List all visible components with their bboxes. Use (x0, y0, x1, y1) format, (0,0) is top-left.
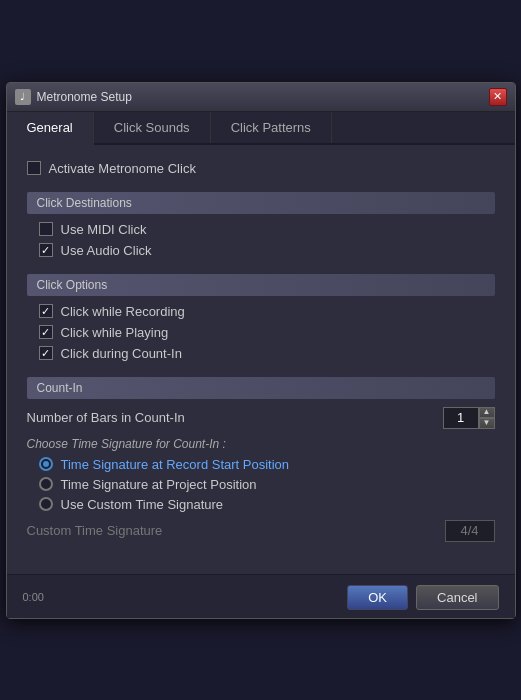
spinner-down-button[interactable]: ▼ (479, 418, 495, 429)
footer: 0:00 OK Cancel (7, 574, 515, 618)
use-midi-label: Use MIDI Click (61, 222, 147, 237)
activate-checkbox[interactable] (27, 161, 41, 175)
click-while-playing-checkbox[interactable] (39, 325, 53, 339)
count-in-header: Count-In (27, 377, 495, 399)
click-options-section: Click Options Click while Recording Clic… (27, 274, 495, 361)
radio-custom[interactable] (39, 497, 53, 511)
bars-input[interactable] (443, 407, 479, 429)
click-while-recording-row: Click while Recording (39, 304, 495, 319)
click-while-playing-row: Click while Playing (39, 325, 495, 340)
spinner-buttons: ▲ ▼ (479, 407, 495, 429)
click-during-count-in-checkbox[interactable] (39, 346, 53, 360)
custom-sig-row: Custom Time Signature (27, 520, 495, 542)
radio-record-start-row: Time Signature at Record Start Position (39, 457, 495, 472)
tab-click-sounds[interactable]: Click Sounds (94, 112, 211, 143)
radio-project-pos-row: Time Signature at Project Position (39, 477, 495, 492)
click-destinations-header: Click Destinations (27, 192, 495, 214)
custom-sig-label: Custom Time Signature (27, 523, 163, 538)
use-audio-checkbox[interactable] (39, 243, 53, 257)
window-icon: ♩ (15, 89, 31, 105)
choose-time-sig-label: Choose Time Signature for Count-In : (27, 437, 495, 451)
click-during-count-in-row: Click during Count-In (39, 346, 495, 361)
click-while-recording-checkbox[interactable] (39, 304, 53, 318)
activate-row: Activate Metronome Click (27, 161, 495, 176)
count-in-section: Count-In Number of Bars in Count-In ▲ ▼ … (27, 377, 495, 542)
click-while-playing-label: Click while Playing (61, 325, 169, 340)
radio-project-pos[interactable] (39, 477, 53, 491)
use-audio-label: Use Audio Click (61, 243, 152, 258)
time-display: 0:00 (23, 591, 44, 603)
metronome-setup-window: ♩ Metronome Setup ✕ General Click Sounds… (6, 82, 516, 619)
tab-click-patterns[interactable]: Click Patterns (211, 112, 332, 143)
click-while-recording-label: Click while Recording (61, 304, 185, 319)
custom-sig-input[interactable] (445, 520, 495, 542)
radio-custom-label: Use Custom Time Signature (61, 497, 224, 512)
window-title: Metronome Setup (37, 90, 489, 104)
bars-spinner: ▲ ▼ (443, 407, 495, 429)
tab-general[interactable]: General (7, 112, 94, 145)
ok-button[interactable]: OK (347, 585, 408, 610)
click-destinations-section: Click Destinations Use MIDI Click Use Au… (27, 192, 495, 258)
activate-label: Activate Metronome Click (49, 161, 196, 176)
cancel-button[interactable]: Cancel (416, 585, 498, 610)
radio-project-pos-label: Time Signature at Project Position (61, 477, 257, 492)
close-button[interactable]: ✕ (489, 88, 507, 106)
radio-record-start-label: Time Signature at Record Start Position (61, 457, 290, 472)
tab-bar: General Click Sounds Click Patterns (7, 112, 515, 145)
tab-content-general: Activate Metronome Click Click Destinati… (7, 145, 515, 574)
use-midi-row: Use MIDI Click (39, 222, 495, 237)
use-audio-row: Use Audio Click (39, 243, 495, 258)
title-bar: ♩ Metronome Setup ✕ (7, 83, 515, 112)
bars-label: Number of Bars in Count-In (27, 410, 185, 425)
spinner-up-button[interactable]: ▲ (479, 407, 495, 418)
radio-record-start[interactable] (39, 457, 53, 471)
use-midi-checkbox[interactable] (39, 222, 53, 236)
click-options-header: Click Options (27, 274, 495, 296)
bars-row: Number of Bars in Count-In ▲ ▼ (27, 407, 495, 429)
radio-custom-row: Use Custom Time Signature (39, 497, 495, 512)
click-during-count-in-label: Click during Count-In (61, 346, 182, 361)
